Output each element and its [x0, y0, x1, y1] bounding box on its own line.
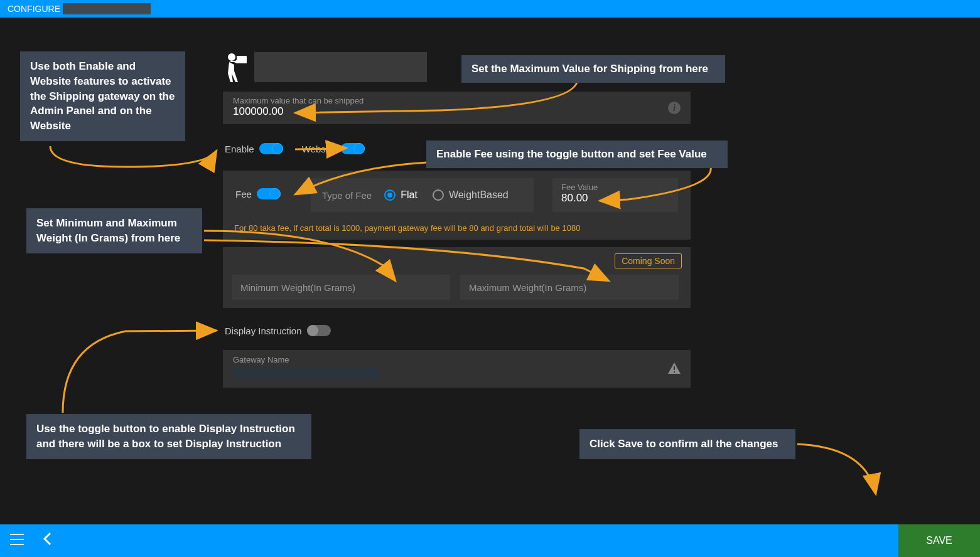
save-button[interactable]: SAVE — [898, 524, 980, 557]
callout-weights: Set Minimum and Maximum Weight (In Grams… — [26, 208, 202, 253]
callout-save: Click Save to confirm all the changes — [579, 429, 795, 459]
gateway-name-input[interactable] — [233, 367, 379, 379]
radio-flat[interactable]: Flat — [384, 189, 417, 201]
svg-rect-3 — [674, 371, 675, 373]
fee-toggle[interactable]: Fee — [235, 188, 281, 199]
bottom-bar: SAVE — [0, 524, 980, 557]
enable-switch[interactable] — [259, 143, 283, 154]
type-of-fee-label: Type of Fee — [322, 190, 372, 201]
callout-enable-fee: Enable Fee using the toggle button and s… — [426, 141, 728, 168]
toggle-row: Enable Website — [225, 143, 365, 154]
top-bar: CONFIGURE — [0, 0, 980, 18]
gateway-name-panel[interactable]: Gateway Name — [223, 350, 691, 388]
gateway-title-box — [254, 52, 427, 82]
callout-enable-website: Use both Enable and Website features to … — [20, 51, 185, 141]
callout-max-value: Set the Maximum Value for Shipping from … — [461, 55, 725, 83]
website-switch[interactable] — [341, 143, 365, 154]
display-instruction-switch[interactable] — [307, 325, 331, 336]
delivery-icon — [223, 52, 248, 85]
topbar-redacted-field — [63, 3, 151, 14]
max-weight-label: Maximum Weight(In Grams) — [469, 282, 586, 293]
fee-label: Fee — [235, 189, 252, 199]
flat-label: Flat — [401, 189, 417, 201]
callout-display-instruction: Use the toggle button to enable Display … — [26, 414, 311, 459]
svg-rect-6 — [10, 544, 24, 545]
coming-soon-badge: Coming Soon — [615, 253, 682, 268]
svg-rect-5 — [10, 539, 24, 540]
svg-rect-4 — [10, 534, 24, 535]
svg-rect-1 — [237, 56, 247, 63]
website-label: Website — [302, 144, 336, 154]
fee-switch[interactable] — [257, 188, 281, 199]
svg-point-0 — [228, 53, 235, 61]
warning-icon — [668, 363, 681, 377]
display-instruction-toggle[interactable]: Display Instruction — [225, 325, 331, 336]
fee-value-panel[interactable]: Fee Value 80.00 — [552, 178, 678, 212]
weight-panel: Coming Soon Minimum Weight(In Grams) Max… — [223, 247, 691, 308]
max-value-panel[interactable]: Maximum value that can be shipped 100000… — [223, 92, 691, 124]
enable-label: Enable — [225, 144, 254, 154]
fee-panel: Fee Type of Fee Flat WeightBased Fee Val… — [223, 171, 691, 240]
min-weight-label: Minimum Weight(In Grams) — [240, 282, 355, 293]
enable-toggle[interactable]: Enable — [225, 143, 283, 154]
info-icon[interactable]: i — [668, 102, 681, 114]
weightbased-label: WeightBased — [449, 189, 509, 201]
max-value-input[interactable]: 100000.00 — [233, 105, 681, 118]
max-weight-input[interactable]: Maximum Weight(In Grams) — [460, 275, 679, 300]
configure-title: CONFIGURE — [8, 4, 60, 14]
display-instruction-label: Display Instruction — [225, 326, 302, 336]
website-toggle[interactable]: Website — [302, 143, 365, 154]
fee-help-text: For 80 taka fee, if cart total is 1000, … — [234, 223, 580, 233]
gateway-name-label: Gateway Name — [233, 355, 681, 364]
svg-rect-2 — [674, 366, 675, 370]
fee-value-input[interactable]: 80.00 — [561, 192, 669, 204]
back-icon[interactable] — [43, 532, 51, 549]
radio-weightbased[interactable]: WeightBased — [433, 189, 509, 201]
fee-value-label: Fee Value — [561, 183, 669, 192]
type-of-fee-panel: Type of Fee Flat WeightBased — [311, 178, 534, 212]
hamburger-icon[interactable] — [10, 534, 24, 548]
max-value-label: Maximum value that can be shipped — [233, 96, 681, 105]
min-weight-input[interactable]: Minimum Weight(In Grams) — [232, 275, 450, 300]
